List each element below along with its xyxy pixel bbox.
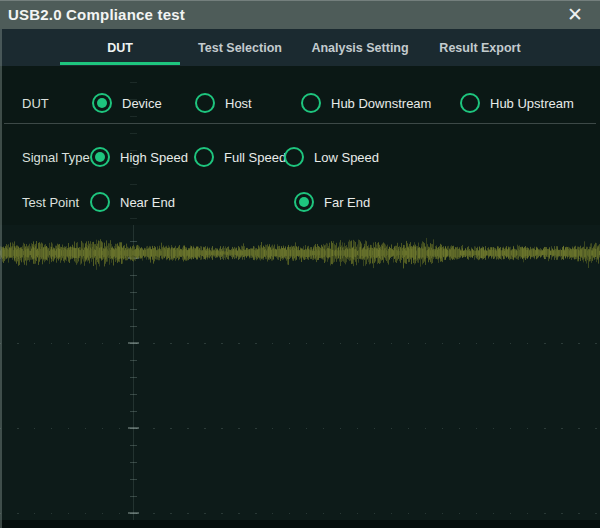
tab-result-export[interactable]: Result Export xyxy=(420,29,540,66)
waveform-trace xyxy=(0,230,600,286)
radio-full-speed[interactable]: Full Speed xyxy=(194,147,286,167)
signal-type-row-label: Signal Type xyxy=(22,150,90,165)
graticule-hline xyxy=(0,513,600,514)
radio-label: Far End xyxy=(324,195,370,210)
test-point-row-label: Test Point xyxy=(22,195,79,210)
radio-label: Full Speed xyxy=(224,150,286,165)
dut-row-label: DUT xyxy=(22,96,49,111)
radio-circle-icon xyxy=(90,192,110,212)
radio-circle-icon xyxy=(460,93,480,113)
graticule-hline xyxy=(0,343,600,344)
radio-label: Hub Downstream xyxy=(331,96,431,111)
radio-label: Near End xyxy=(120,195,175,210)
row-divider xyxy=(4,123,596,124)
radio-circle-icon xyxy=(284,147,304,167)
radio-host[interactable]: Host xyxy=(195,93,252,113)
scope-display xyxy=(0,225,600,528)
radio-high-speed[interactable]: High Speed xyxy=(90,147,188,167)
screen-bottom-strip xyxy=(0,520,600,528)
radio-label: Low Speed xyxy=(314,150,379,165)
radio-device[interactable]: Device xyxy=(92,93,162,113)
radio-low-speed[interactable]: Low Speed xyxy=(284,147,379,167)
radio-label: Device xyxy=(122,96,162,111)
tab-test-selection[interactable]: Test Selection xyxy=(180,29,300,66)
radio-label: Hub Upstream xyxy=(490,96,574,111)
close-icon[interactable]: ✕ xyxy=(560,0,590,29)
radio-hub-downstream[interactable]: Hub Downstream xyxy=(301,93,431,113)
radio-circle-icon xyxy=(195,93,215,113)
radio-circle-icon xyxy=(92,93,112,113)
radio-far-end[interactable]: Far End xyxy=(294,192,370,212)
radio-label: High Speed xyxy=(120,150,188,165)
usb-compliance-dialog: USB2.0 Compliance test ✕ DUT Test Select… xyxy=(0,0,600,528)
radio-hub-upstream[interactable]: Hub Upstream xyxy=(460,93,574,113)
dialog-titlebar: USB2.0 Compliance test ✕ xyxy=(0,0,600,29)
dialog-body: DUT DeviceHostHub DownstreamHub Upstream… xyxy=(0,66,600,225)
radio-label: Host xyxy=(225,96,252,111)
radio-circle-icon xyxy=(90,147,110,167)
radio-circle-icon xyxy=(294,192,314,212)
tab-bar: DUT Test Selection Analysis Setting Resu… xyxy=(0,29,600,66)
tab-analysis-setting[interactable]: Analysis Setting xyxy=(300,29,420,66)
dialog-title: USB2.0 Compliance test xyxy=(0,6,185,23)
radio-near-end[interactable]: Near End xyxy=(90,192,175,212)
graticule-hline xyxy=(0,428,600,429)
tab-dut[interactable]: DUT xyxy=(60,29,180,66)
radio-circle-icon xyxy=(301,93,321,113)
radio-circle-icon xyxy=(194,147,214,167)
